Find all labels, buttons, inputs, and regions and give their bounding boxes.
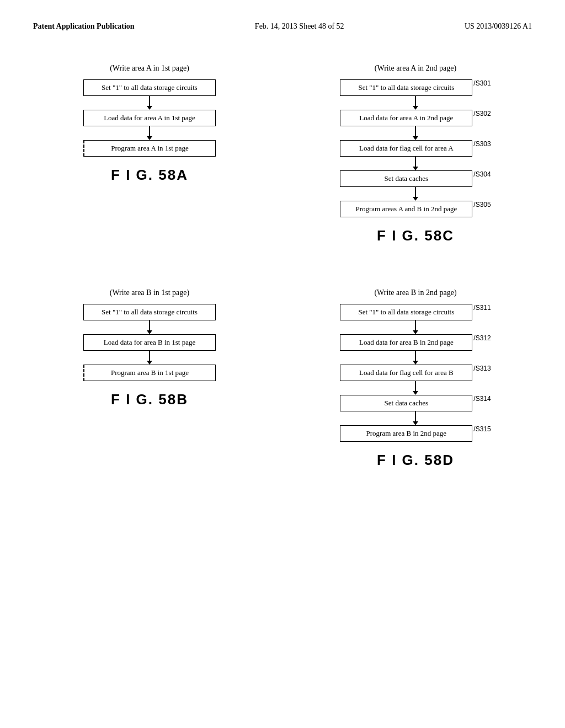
top-row: (Write area A in 1st page) Set "1" to al… bbox=[33, 64, 532, 244]
arrow-line bbox=[149, 126, 150, 136]
fig58b-steps: Set "1" to all data storage circuitsLoad… bbox=[33, 304, 266, 381]
step-row: Set "1" to all data storage circuits/S30… bbox=[340, 79, 491, 96]
step-row: Program areas A and B in 2nd page/S305 bbox=[340, 201, 491, 217]
arrow-head bbox=[413, 136, 418, 140]
arrow-head bbox=[413, 106, 418, 110]
fig58c: (Write area A in 2nd page) Set "1" to al… bbox=[299, 64, 532, 244]
step-label: /S314 bbox=[473, 395, 491, 403]
arrow-line bbox=[415, 320, 416, 330]
step-row: Set "1" to all data storage circuits bbox=[83, 304, 216, 320]
step-label: /S301 bbox=[473, 79, 491, 87]
diagrams-container: (Write area A in 1st page) Set "1" to al… bbox=[33, 64, 532, 469]
fig58d-label: F I G. 58D bbox=[377, 452, 454, 469]
fig58a-title: (Write area A in 1st page) bbox=[110, 64, 189, 73]
arrow-wrapper bbox=[349, 126, 482, 140]
step-box: Set data caches bbox=[340, 170, 472, 187]
step-box: Program areas A and B in 2nd page bbox=[340, 201, 472, 217]
arrow-head bbox=[413, 361, 418, 365]
step-label: /S312 bbox=[473, 334, 491, 342]
step-row: Load data for area B in 2nd page/S312 bbox=[340, 334, 491, 351]
arrow-line bbox=[149, 96, 150, 106]
arrow-head bbox=[413, 330, 418, 334]
step-row: Load data for area A in 2nd page/S302 bbox=[340, 110, 491, 126]
arrow-wrapper bbox=[349, 157, 482, 170]
step-box: Load data for area B in 1st page bbox=[83, 334, 216, 351]
arrow-wrapper bbox=[349, 187, 482, 201]
step-row: Program area B in 1st page bbox=[83, 365, 216, 381]
step-box: Load data for flag cell for area B bbox=[340, 365, 472, 381]
header-left: Patent Application Publication bbox=[33, 22, 135, 31]
arrow-wrapper bbox=[83, 320, 216, 334]
fig58c-title: (Write area A in 2nd page) bbox=[375, 64, 456, 73]
header-center: Feb. 14, 2013 Sheet 48 of 52 bbox=[255, 22, 344, 31]
bottom-row: (Write area B in 1st page) Set "1" to al… bbox=[33, 288, 532, 469]
fig58c-steps: Set "1" to all data storage circuits/S30… bbox=[299, 79, 532, 217]
fig58c-label: F I G. 58C bbox=[377, 227, 454, 244]
arrow-wrapper bbox=[349, 96, 482, 110]
arrow-wrapper bbox=[83, 96, 216, 110]
arrow-wrapper bbox=[349, 320, 482, 334]
step-box: Load data for area B in 2nd page bbox=[340, 334, 472, 351]
step-row: Program area A in 1st page bbox=[83, 140, 216, 157]
arrow-wrapper bbox=[349, 411, 482, 425]
fig58b: (Write area B in 1st page) Set "1" to al… bbox=[33, 288, 266, 408]
fig58d-title: (Write area B in 2nd page) bbox=[374, 288, 456, 297]
arrow-line bbox=[149, 320, 150, 330]
fig58a-label: F I G. 58A bbox=[111, 167, 188, 184]
step-label: /S303 bbox=[473, 140, 491, 148]
arrow-line bbox=[149, 351, 150, 361]
step-box: Set "1" to all data storage circuits bbox=[83, 304, 216, 320]
fig58b-label: F I G. 58B bbox=[111, 391, 188, 408]
page: Patent Application Publication Feb. 14, … bbox=[0, 0, 565, 728]
step-box: Program area B in 2nd page bbox=[340, 425, 472, 442]
arrow-line bbox=[415, 96, 416, 106]
step-label: /S304 bbox=[473, 170, 491, 178]
step-row: Load data for area B in 1st page bbox=[83, 334, 216, 351]
step-box: Set "1" to all data storage circuits bbox=[340, 304, 472, 320]
arrow-head bbox=[147, 330, 152, 334]
arrow-head bbox=[413, 421, 418, 425]
arrow-wrapper bbox=[349, 381, 482, 395]
arrow-head bbox=[147, 361, 152, 365]
step-row: Set data caches/S304 bbox=[340, 170, 491, 187]
step-label: /S302 bbox=[473, 110, 491, 117]
step-box: Set data caches bbox=[340, 395, 472, 411]
arrow-wrapper bbox=[83, 126, 216, 140]
arrow-wrapper bbox=[349, 351, 482, 365]
step-box: Set "1" to all data storage circuits bbox=[340, 79, 472, 96]
step-row: Load data for flag cell for area B/S313 bbox=[340, 365, 491, 381]
arrow-wrapper bbox=[83, 351, 216, 365]
header-right: US 2013/0039126 A1 bbox=[465, 22, 532, 31]
arrow-line bbox=[415, 126, 416, 136]
step-row: Set data caches/S314 bbox=[340, 395, 491, 411]
fig58d: (Write area B in 2nd page) Set "1" to al… bbox=[299, 288, 532, 469]
step-box: Load data for area A in 1st page bbox=[83, 110, 216, 126]
step-row: Load data for flag cell for area A/S303 bbox=[340, 140, 491, 157]
step-row: Load data for area A in 1st page bbox=[83, 110, 216, 126]
arrow-head bbox=[147, 106, 152, 110]
arrow-head bbox=[413, 197, 418, 201]
step-label: /S311 bbox=[473, 304, 491, 312]
step-label: /S315 bbox=[473, 425, 491, 433]
step-row: Set "1" to all data storage circuits/S31… bbox=[340, 304, 491, 320]
step-row: Program area B in 2nd page/S315 bbox=[340, 425, 491, 442]
fig58b-title: (Write area B in 1st page) bbox=[110, 288, 189, 297]
step-label: /S313 bbox=[473, 365, 491, 372]
step-box: Program area B in 1st page bbox=[83, 365, 216, 381]
step-box: Set "1" to all data storage circuits bbox=[83, 79, 216, 96]
fig58d-steps: Set "1" to all data storage circuits/S31… bbox=[299, 304, 532, 442]
arrow-head bbox=[413, 167, 418, 170]
arrow-head bbox=[147, 136, 152, 140]
arrow-line bbox=[415, 187, 416, 197]
step-row: Set "1" to all data storage circuits bbox=[83, 79, 216, 96]
arrow-line bbox=[415, 351, 416, 361]
step-label: /S305 bbox=[473, 201, 491, 208]
header: Patent Application Publication Feb. 14, … bbox=[33, 22, 532, 31]
fig58a: (Write area A in 1st page) Set "1" to al… bbox=[33, 64, 266, 184]
arrow-line bbox=[415, 411, 416, 421]
arrow-line bbox=[415, 157, 416, 167]
step-box: Load data for area A in 2nd page bbox=[340, 110, 472, 126]
step-box: Program area A in 1st page bbox=[83, 140, 216, 157]
arrow-line bbox=[415, 381, 416, 391]
arrow-head bbox=[413, 391, 418, 395]
